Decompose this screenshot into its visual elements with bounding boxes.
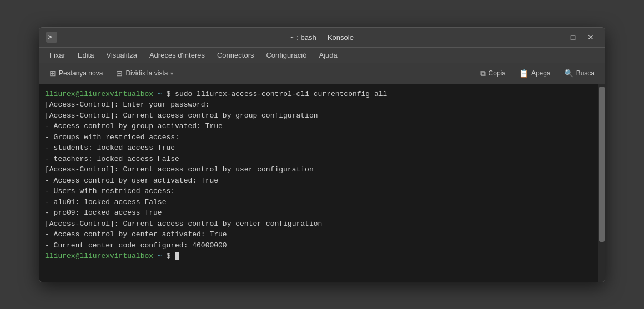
terminal-area: lliurex@lliurexvirtualbox ~ $ sudo lliur… bbox=[39, 84, 605, 282]
chevron-down-icon: ▾ bbox=[170, 70, 173, 77]
konsole-window: >_ ~ : bash — Konsole — □ ✕ Fixar Edita … bbox=[39, 27, 605, 282]
table-row: - Current center code configured: 460000… bbox=[45, 240, 592, 251]
titlebar: >_ ~ : bash — Konsole — □ ✕ bbox=[39, 28, 605, 48]
split-view-button[interactable]: ⊟ Dividix la vista ▾ bbox=[110, 67, 179, 80]
search-icon: 🔍 bbox=[564, 69, 573, 78]
new-tab-label: Pestanya nova bbox=[59, 69, 103, 77]
terminal-content[interactable]: lliurex@lliurexvirtualbox ~ $ sudo lliur… bbox=[39, 84, 598, 282]
copy-button[interactable]: ⧉ Copia bbox=[475, 67, 511, 80]
toolbar-right: ⧉ Copia 📋 Apega 🔍 Busca bbox=[475, 67, 600, 80]
menu-visualitza[interactable]: Visualitza bbox=[101, 49, 143, 61]
split-label: Dividix la vista bbox=[125, 69, 168, 77]
prompt-tilde: ~ bbox=[158, 90, 162, 98]
table-row: - Groups with restriced access: bbox=[45, 132, 592, 143]
table-row: - students: locked access True bbox=[45, 143, 592, 154]
table-row: - Access control by center activated: Tr… bbox=[45, 229, 592, 240]
scrollbar-thumb[interactable] bbox=[599, 87, 605, 242]
table-row: - pro09: locked access True bbox=[45, 207, 592, 219]
menu-edita[interactable]: Edita bbox=[72, 49, 100, 61]
paste-label: Apega bbox=[531, 69, 551, 77]
scrollbar[interactable] bbox=[598, 84, 605, 282]
table-row: - teachers: locked access False bbox=[45, 154, 592, 165]
minimize-button[interactable]: — bbox=[548, 32, 562, 43]
prompt-user: lliurex@lliurexvirtualbox bbox=[45, 90, 153, 98]
table-row: [Access-Control]: Current access control… bbox=[45, 164, 592, 175]
app-icon: >_ bbox=[46, 32, 57, 43]
window-controls: — □ ✕ bbox=[548, 32, 598, 43]
search-button[interactable]: 🔍 Busca bbox=[559, 67, 600, 80]
new-tab-button[interactable]: ⊞ Pestanya nova bbox=[44, 67, 108, 80]
menu-fixar[interactable]: Fixar bbox=[44, 49, 71, 61]
table-row: - Access control by group activated: Tru… bbox=[45, 121, 592, 132]
final-prompt-tilde: ~ bbox=[158, 252, 162, 260]
window-title: ~ : bash — Konsole bbox=[290, 33, 354, 42]
command-text: sudo lliurex-access-control-cli currentc… bbox=[175, 90, 387, 98]
menu-adreces[interactable]: Adreces d'interés bbox=[144, 49, 210, 61]
final-prompt-user: lliurex@lliurexvirtualbox bbox=[45, 252, 153, 260]
maximize-button[interactable]: □ bbox=[566, 32, 580, 43]
terminal-final-prompt: lliurex@lliurexvirtualbox ~ $ bbox=[45, 251, 592, 262]
table-row: - Access control by user activated: True bbox=[45, 175, 592, 186]
table-row: - Users with restriced access: bbox=[45, 186, 592, 197]
new-tab-icon: ⊞ bbox=[49, 69, 56, 78]
split-icon: ⊟ bbox=[116, 69, 123, 78]
copy-label: Copia bbox=[489, 69, 506, 77]
paste-icon: 📋 bbox=[519, 69, 529, 78]
table-row: - alu01: locked access False bbox=[45, 197, 592, 208]
terminal-line-1: lliurex@lliurexvirtualbox ~ $ sudo lliur… bbox=[45, 89, 592, 100]
table-row: [Access-Control]: Current access control… bbox=[45, 110, 592, 121]
toolbar-left: ⊞ Pestanya nova ⊟ Dividix la vista ▾ bbox=[44, 67, 179, 80]
paste-button[interactable]: 📋 Apega bbox=[514, 67, 556, 80]
search-label: Busca bbox=[576, 69, 595, 77]
menu-ajuda[interactable]: Ajuda bbox=[313, 49, 343, 61]
toolbar: ⊞ Pestanya nova ⊟ Dividix la vista ▾ ⧉ C… bbox=[39, 63, 605, 84]
terminal-cursor bbox=[175, 252, 179, 260]
final-prompt-dollar: $ bbox=[166, 252, 175, 260]
copy-icon: ⧉ bbox=[480, 69, 486, 78]
table-row: [Access-Control]: Enter your password: bbox=[45, 99, 592, 110]
prompt-dollar: $ bbox=[166, 90, 175, 98]
menu-configuracio[interactable]: Configuració bbox=[260, 49, 312, 61]
menubar: Fixar Edita Visualitza Adreces d'interés… bbox=[39, 48, 605, 63]
close-button[interactable]: ✕ bbox=[583, 32, 598, 43]
menu-connectors[interactable]: Connectors bbox=[212, 49, 259, 61]
table-row: [Access-Control]: Current access control… bbox=[45, 219, 592, 230]
